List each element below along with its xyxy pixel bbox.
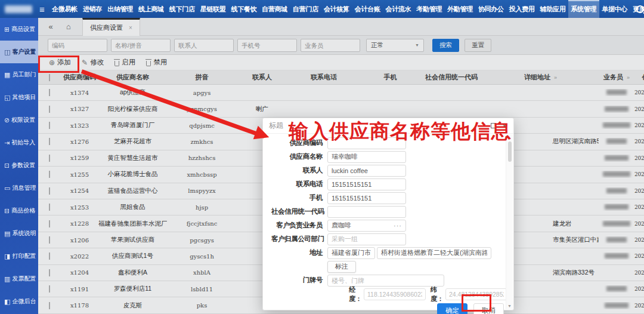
row-checkbox[interactable] [49, 220, 50, 227]
maximize-icon[interactable] [491, 123, 496, 128]
home-icon[interactable]: ⌂ [63, 22, 74, 31]
longitude-input[interactable] [364, 288, 426, 300]
sidebar-item-params[interactable]: ⊡参数设置 [0, 154, 38, 177]
nav-item-5[interactable]: 线下门店 [166, 0, 197, 18]
sidebar-item-message[interactable]: ▭消息管理 [0, 177, 38, 199]
row-checkbox[interactable] [49, 302, 50, 309]
row-checkbox[interactable] [49, 138, 50, 145]
cell: 青岛啤酒厦门厂 [98, 121, 167, 130]
row-checkbox[interactable] [49, 171, 50, 178]
social-credit-input[interactable] [327, 206, 406, 218]
scrollbar-thumb[interactable] [508, 141, 512, 162]
enable-button[interactable]: 启用 [114, 58, 135, 67]
row-checkbox[interactable] [49, 187, 50, 195]
tel-input[interactable] [327, 178, 406, 190]
sidebar-item-initial-import[interactable]: ⇥初始导入 [0, 131, 38, 154]
latitude-input[interactable] [445, 288, 507, 300]
sidebar-item-label: 商品价格 [11, 207, 35, 215]
nav-item-11[interactable]: 会计台账 [352, 0, 383, 18]
more-options-icon[interactable]: ··· [394, 222, 402, 229]
search-icon[interactable] [636, 5, 644, 13]
nav-item-14[interactable]: 外勤管理 [445, 0, 476, 18]
minimize-icon[interactable]: — [478, 122, 485, 130]
table-row[interactable]: x1327阳光柠檬茶供应商ygnmcgys喇广2022-07-19 14:45:… [38, 101, 644, 117]
supplier-code-input[interactable] [327, 137, 406, 149]
contact-input[interactable] [327, 165, 406, 177]
filter-contact-input[interactable] [174, 39, 234, 52]
close-icon[interactable]: ✕ [501, 122, 507, 130]
filter-name-pinyin-input[interactable] [111, 39, 171, 52]
cell: x1374 [61, 90, 98, 96]
sidebar-item-staff-dept[interactable]: ▦员工部门 [0, 63, 38, 86]
nav-item-13[interactable]: 考勤管理 [414, 0, 445, 18]
nav-item-9[interactable]: 自营门店 [290, 0, 321, 18]
sidebar-item-wecom-admin[interactable]: ◧企微后台 [0, 290, 38, 313]
nav-item-17[interactable]: 辅助应用 [537, 0, 568, 18]
column-expand-icon[interactable]: » [554, 75, 557, 81]
row-checkbox[interactable] [49, 122, 50, 129]
select-all-checkbox[interactable] [49, 74, 50, 81]
search-button[interactable]: 搜索 [432, 39, 459, 52]
table-row[interactable]: x1374ap供应商apgys2022-09-26 18:13:56 [38, 85, 644, 101]
row-checkbox[interactable] [49, 106, 50, 113]
row-checkbox[interactable] [49, 269, 50, 276]
hamburger-menu-icon[interactable]: ≡ [39, 5, 45, 14]
nav-item-12[interactable]: 会计流水 [383, 0, 414, 18]
sidebar-item-system-info[interactable]: ▤系统说明 [0, 222, 38, 245]
confirm-button[interactable]: 确定 [437, 303, 467, 314]
tab-close-icon[interactable]: × [129, 24, 132, 31]
cell: x1228 [61, 220, 98, 227]
nav-item-6[interactable]: 星链联盟 [197, 0, 228, 18]
reset-button[interactable]: 重置 [465, 39, 491, 52]
sidebar-item-other-folder[interactable]: ◱其他项目 [0, 86, 38, 109]
filter-code-input[interactable] [48, 39, 107, 52]
sidebar-item-product-settings[interactable]: ⊞商品设置 [0, 18, 38, 41]
nav-item-19[interactable]: 单据中心 [599, 0, 630, 18]
scroll-up-icon[interactable]: ▲ [507, 136, 512, 140]
row-checkbox[interactable] [49, 285, 50, 293]
modal-scrollbar[interactable]: ▲ ▼ [506, 134, 513, 309]
sidebar-item-customer-settings[interactable]: ◫客户设置 [0, 41, 38, 63]
column-expand-icon[interactable]: » [627, 75, 630, 81]
nav-item-18[interactable]: 系统管理 [568, 0, 599, 18]
status-select[interactable]: 正常 ▼ [366, 39, 424, 52]
row-checkbox[interactable] [49, 253, 50, 260]
nav-item-15[interactable]: 协同办公 [475, 0, 506, 18]
mobile-input[interactable] [327, 192, 406, 204]
collapse-sidebar-icon[interactable]: « [45, 22, 56, 31]
door-number-input[interactable] [327, 275, 444, 287]
row-checkbox[interactable] [49, 89, 50, 96]
sidebar-item-print-config[interactable]: ◨打印配置 [0, 245, 38, 267]
scroll-down-icon[interactable]: ▼ [507, 304, 512, 308]
map-annotate-button[interactable]: 标注 [327, 261, 356, 273]
add-button[interactable]: ⊕ 添加 [49, 58, 71, 67]
supplier-name-label: 供应商名称 [271, 152, 323, 161]
modal-header[interactable]: 标题 — ✕ [263, 118, 513, 134]
nav-item-2[interactable]: 进销存 [80, 0, 105, 18]
address-region-input[interactable] [327, 247, 375, 259]
nav-item-8[interactable]: 自营商城 [259, 0, 290, 18]
chevron-down-icon: ▼ [415, 43, 419, 47]
tab-supplier-settings[interactable]: 供应商设置 × [82, 18, 140, 36]
nav-item-10[interactable]: 会计核算 [321, 0, 352, 18]
nav-item-7[interactable]: 线下餐饮 [228, 0, 259, 18]
dept-input[interactable] [327, 233, 406, 245]
nav-item-3[interactable]: 出纳管理 [105, 0, 136, 18]
row-checkbox[interactable] [49, 155, 50, 162]
row-checkbox[interactable] [49, 204, 50, 211]
row-checkbox[interactable] [49, 236, 50, 244]
filter-salesperson-input[interactable] [301, 39, 360, 52]
cancel-button[interactable]: 取消 [473, 303, 504, 314]
nav-item-1[interactable]: 企微易帐 [49, 0, 80, 18]
address-detail-input[interactable] [377, 247, 491, 259]
sidebar-item-permission[interactable]: ⊘权限设置 [0, 109, 38, 131]
sidebar-item-invoice-config[interactable]: ▥发票配置 [0, 267, 38, 290]
column-header: 创建日期» [634, 73, 644, 82]
edit-button[interactable]: ✎ 修改 [82, 58, 104, 67]
filter-mobile-input[interactable] [237, 39, 297, 52]
disable-button[interactable]: 禁用 [146, 58, 167, 67]
sidebar-item-price[interactable]: ⊟商品价格 [0, 199, 38, 222]
supplier-name-input[interactable] [327, 151, 406, 163]
nav-item-4[interactable]: 线上商城 [136, 0, 167, 18]
nav-item-16[interactable]: 投入费用 [506, 0, 537, 18]
